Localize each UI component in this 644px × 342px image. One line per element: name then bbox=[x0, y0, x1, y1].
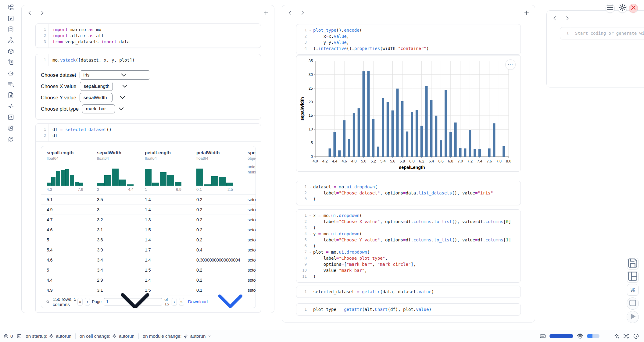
search-list-icon[interactable] bbox=[8, 81, 14, 87]
keyboard-shortcuts-button[interactable]: ⌘ bbox=[627, 284, 639, 296]
column-header-sepalWidth[interactable]: sepalWidthfloat6424.4 bbox=[91, 146, 139, 194]
database-icon[interactable] bbox=[8, 26, 14, 33]
code-editor[interactable]: Start coding or generate with AI bbox=[571, 27, 644, 39]
dependency-graph-icon[interactable] bbox=[8, 37, 14, 44]
column-stats: unique:nulls: bbox=[248, 164, 256, 175]
previous-page-button[interactable]: ‹ bbox=[85, 298, 90, 306]
chart-menu-button[interactable]: ⋯ bbox=[505, 59, 516, 70]
line-number: 7› bbox=[296, 249, 309, 255]
cpu-indicator[interactable] bbox=[577, 333, 583, 339]
x-value-select[interactable]: sepalLength bbox=[80, 82, 113, 91]
panel-layout-button[interactable] bbox=[627, 271, 639, 283]
code-cell-xy-dropdowns[interactable]: 1›234›567›891011 x = mo.ui.dropdown( lab… bbox=[296, 209, 521, 283]
last-page-button[interactable]: » bbox=[179, 298, 184, 306]
code-editor[interactable]: df = selected_dataset()df bbox=[48, 124, 261, 141]
code-cell-vstack[interactable]: 1 mo.vstack([dataset, x, y, plot]) Choos… bbox=[35, 54, 261, 119]
column-header-sepalLength[interactable]: sepalLengthfloat644.37.9 bbox=[41, 146, 91, 194]
column-back-button[interactable] bbox=[27, 9, 33, 16]
generate-ai-link[interactable]: generate bbox=[616, 31, 637, 36]
plot-type-select[interactable]: mark_bar bbox=[82, 104, 115, 113]
autorun-setting-0[interactable]: on startup:autorun bbox=[26, 333, 71, 339]
save-button[interactable] bbox=[627, 258, 639, 269]
table-cell: 4.7 bbox=[41, 217, 91, 222]
code-editor[interactable]: x = mo.ui.dropdown( label="Choose X valu… bbox=[309, 210, 521, 282]
help-icon[interactable] bbox=[8, 136, 14, 142]
errors-indicator[interactable]: 0 bbox=[4, 333, 13, 339]
keyboard-indicator[interactable] bbox=[540, 333, 546, 339]
scratchpad-icon[interactable] bbox=[8, 125, 14, 131]
empty-code-cell[interactable]: 1 Start coding or generate with AI bbox=[560, 27, 644, 39]
dataset-select[interactable]: iris bbox=[80, 70, 150, 80]
code-editor[interactable]: dataset = mo.ui.dropdown( label="Choose … bbox=[309, 181, 521, 205]
terminal-button[interactable] bbox=[17, 334, 22, 339]
code-editor[interactable]: mo.vstack([dataset, x, y, plot]) bbox=[48, 54, 261, 66]
column-back-button[interactable] bbox=[287, 9, 294, 16]
document-icon[interactable] bbox=[8, 92, 14, 98]
first-page-button[interactable]: « bbox=[77, 298, 83, 306]
table-row[interactable]: 4.63.11.50.2setosa bbox=[41, 225, 256, 235]
ai-sparkle-button[interactable] bbox=[614, 333, 620, 339]
code-editor[interactable]: import marimo as moimport altair as altf… bbox=[48, 24, 261, 48]
column-back-button[interactable] bbox=[552, 15, 558, 22]
code-line: df bbox=[52, 133, 261, 139]
table-cell: 0.2 bbox=[191, 207, 242, 212]
column-header-petalLength[interactable]: petalLengthfloat6416.9 bbox=[139, 146, 191, 194]
table-row[interactable]: 5.13.51.40.2setosa bbox=[41, 194, 256, 205]
line-number: 11 bbox=[296, 273, 309, 280]
interrupt-button[interactable] bbox=[627, 297, 639, 310]
package-icon[interactable] bbox=[8, 48, 14, 55]
code-cell-plot[interactable]: 1›234 plot_type().encode( x=x.value, y=y… bbox=[296, 24, 521, 55]
code-cell-dataframe[interactable]: 12 df = selected_dataset()df sepalLength… bbox=[35, 123, 261, 313]
setting-value: autorun bbox=[119, 333, 134, 339]
download-button[interactable]: Download bbox=[188, 280, 252, 308]
table-row[interactable]: 4.73.21.30.2setosa bbox=[41, 215, 256, 225]
table-cell: setosa bbox=[242, 227, 256, 232]
menu-button[interactable] bbox=[606, 4, 615, 13]
column-header-species[interactable]: speciesobjectunique:nulls: bbox=[242, 146, 256, 194]
autorun-setting-1[interactable]: on cell change:autorun bbox=[80, 333, 134, 339]
add-cell-button[interactable] bbox=[263, 9, 269, 16]
activity-icon[interactable] bbox=[8, 103, 14, 109]
column-forward-button[interactable] bbox=[564, 15, 571, 22]
table-cell: 1.4 bbox=[139, 258, 191, 262]
column-right: 1 Start coding or generate with AI bbox=[546, 10, 644, 87]
code-cell-plot-type[interactable]: 1 plot_type = getattr(alt.Chart(df), plo… bbox=[296, 303, 521, 315]
svg-text:6.6: 6.6 bbox=[438, 159, 443, 163]
table-row[interactable]: 4.63.41.40.30000000000000004setosa bbox=[41, 255, 256, 265]
table-row[interactable]: 53.41.50.2setosa bbox=[41, 265, 256, 275]
code-editor[interactable]: selected_dataset = getattr(data, dataset… bbox=[309, 286, 521, 297]
table-row[interactable]: 5.43.91.70.4setosa bbox=[41, 245, 256, 255]
code-cell-dataset-dropdown[interactable]: 1›23 dataset = mo.ui.dropdown( label="Ch… bbox=[296, 181, 521, 205]
code-line: label="Choose Y value", options=df.colum… bbox=[313, 237, 521, 243]
code-snippet-icon[interactable] bbox=[8, 114, 14, 120]
autorun-setting-2[interactable]: on module change:autorun bbox=[143, 333, 212, 339]
settings-button[interactable] bbox=[618, 4, 627, 13]
run-button[interactable] bbox=[627, 311, 639, 323]
zap-icon bbox=[49, 334, 54, 339]
page-select[interactable]: 1 bbox=[104, 298, 162, 305]
table-row[interactable]: 53.61.40.2setosa bbox=[41, 235, 256, 245]
table-cell: 0.2 bbox=[191, 197, 242, 202]
column-histogram bbox=[97, 164, 134, 186]
function-icon[interactable] bbox=[8, 15, 14, 22]
column-header-petalWidth[interactable]: petalWidthfloat640.12.5 bbox=[191, 146, 242, 194]
code-editor[interactable]: plot_type().encode( x=x.value, y=y.value… bbox=[309, 24, 521, 54]
code-cell-imports[interactable]: 123 import marimo as moimport altair as … bbox=[35, 23, 261, 48]
next-page-button[interactable]: › bbox=[172, 298, 177, 306]
close-panel-button[interactable] bbox=[629, 4, 638, 13]
code-cell-selected-dataset[interactable]: 1 selected_dataset = getattr(data, datas… bbox=[296, 286, 521, 298]
table-row[interactable]: 4.931.40.2setosa bbox=[41, 205, 256, 215]
search-icon[interactable] bbox=[46, 299, 50, 305]
shuffle-button[interactable] bbox=[623, 333, 629, 339]
script-icon[interactable] bbox=[8, 59, 14, 66]
add-cell-button[interactable] bbox=[523, 9, 530, 16]
column-type: float64 bbox=[97, 156, 139, 162]
y-value-select[interactable]: sepalWidth bbox=[80, 93, 113, 102]
column-forward-button[interactable] bbox=[39, 9, 45, 16]
history-button[interactable] bbox=[633, 333, 639, 339]
column-forward-button[interactable] bbox=[299, 9, 306, 16]
y-value-control: Choose Y valuesepalWidth bbox=[41, 93, 256, 102]
file-tree-icon[interactable] bbox=[8, 4, 14, 11]
code-editor[interactable]: plot_type = getattr(alt.Chart(df), plot.… bbox=[309, 304, 521, 315]
chat-bot-icon[interactable] bbox=[8, 70, 14, 77]
